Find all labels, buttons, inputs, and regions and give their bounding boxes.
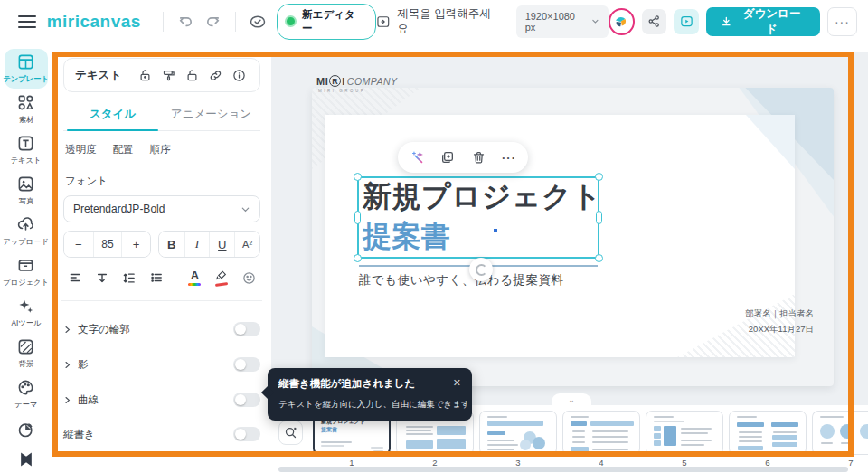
- order-button[interactable]: 順序: [150, 143, 171, 156]
- line-spacing-button[interactable]: [118, 267, 141, 289]
- paint-roller-icon: [162, 69, 175, 82]
- palette-icon: [17, 379, 34, 396]
- sidebar-item-upload[interactable]: アップロード: [5, 212, 48, 251]
- redo-button[interactable]: [199, 8, 225, 35]
- sidebar-item-theme[interactable]: テーマ: [5, 374, 48, 414]
- link-icon: [209, 69, 222, 82]
- shadow-toggle[interactable]: [233, 357, 260, 372]
- menu-icon[interactable]: [18, 15, 36, 28]
- sidebar-item-elements[interactable]: 素材: [5, 90, 48, 129]
- undo-button[interactable]: [173, 8, 199, 35]
- unlock-button[interactable]: [180, 63, 203, 87]
- canvas-area[interactable]: MIRICOMPANY MIRI GROUP ··· 新規プロジェクト 提案書: [271, 52, 868, 405]
- resize-handle[interactable]: [354, 173, 362, 181]
- slide-thumbnail-7[interactable]: [812, 411, 868, 455]
- letter-spacing-button[interactable]: A²: [234, 232, 259, 257]
- selection-box[interactable]: [357, 176, 599, 259]
- resize-handle[interactable]: [595, 254, 603, 262]
- font-size-decrease[interactable]: −: [64, 232, 93, 257]
- sidebar-item-photos[interactable]: 写真: [5, 171, 48, 211]
- chevron-down-icon: [591, 17, 599, 25]
- underline-button[interactable]: U: [209, 232, 234, 257]
- vertical-text-label: 縦書き: [63, 428, 95, 441]
- chevron-right-icon[interactable]: [63, 396, 78, 404]
- share-button[interactable]: [642, 9, 666, 34]
- font-size-value[interactable]: 85: [93, 232, 122, 257]
- vertical-text-toggle[interactable]: [233, 427, 260, 441]
- delete-button[interactable]: [466, 146, 491, 169]
- download-button[interactable]: ダウンロード: [706, 7, 820, 36]
- company-logo[interactable]: MIRICOMPANY MIRI GROUP: [316, 75, 398, 93]
- sidebar-item-background[interactable]: 背景: [5, 334, 48, 374]
- highlight-button[interactable]: [210, 267, 233, 289]
- curve-toggle[interactable]: [233, 393, 260, 407]
- duplicate-button[interactable]: [435, 146, 460, 169]
- loading-spinner: [469, 258, 493, 281]
- lock-button[interactable]: [133, 63, 156, 87]
- list-button[interactable]: [145, 267, 168, 289]
- document-title[interactable]: 제목을 입력해주세요 1920×1080 px: [376, 5, 609, 38]
- divider: [61, 300, 262, 301]
- horizontal-scrollbar[interactable]: [278, 467, 848, 472]
- slide-footer[interactable]: 部署名｜担当者名 20XX年11月27日: [745, 307, 814, 336]
- slide-thumbnail-5[interactable]: [646, 411, 723, 455]
- sidebar-item-templates[interactable]: テンプレート: [5, 49, 48, 89]
- save-status-button[interactable]: [245, 8, 271, 35]
- sidebar-item-ai-tools[interactable]: AIツール: [5, 293, 48, 333]
- opacity-button[interactable]: 透明度: [65, 143, 97, 156]
- font-family-dropdown[interactable]: PretendardJP-Bold: [63, 195, 260, 222]
- collapse-slides-button[interactable]: ⌄: [552, 393, 591, 406]
- chevron-right-icon[interactable]: [63, 361, 78, 369]
- emoji-button[interactable]: [237, 267, 260, 289]
- header-more-button[interactable]: ···: [827, 7, 857, 36]
- quick-actions: 透明度 配置 順序: [65, 143, 259, 156]
- bold-button[interactable]: B: [159, 232, 184, 257]
- slide-thumbnail-6[interactable]: [729, 411, 807, 455]
- unlock-icon: [185, 69, 199, 82]
- resize-handle[interactable]: [596, 211, 602, 224]
- resize-handle[interactable]: [354, 254, 362, 262]
- resize-handle[interactable]: [354, 211, 361, 224]
- sidebar-item-text[interactable]: テキスト: [5, 130, 48, 170]
- outline-toggle[interactable]: [233, 322, 260, 336]
- sidebar-item-guide[interactable]: [5, 445, 48, 473]
- tab-style[interactable]: スタイル: [63, 98, 162, 130]
- text-caret: [494, 229, 497, 232]
- text-color-button[interactable]: A: [183, 267, 206, 289]
- divider: [235, 12, 236, 32]
- align-button[interactable]: [63, 267, 87, 289]
- style-copy-button[interactable]: [156, 63, 180, 87]
- slide-thumbnail-4[interactable]: [562, 411, 640, 455]
- shapes-icon: [17, 94, 34, 111]
- line-spacing-icon: [121, 271, 137, 285]
- resize-handle[interactable]: [595, 173, 603, 181]
- font-size-increase[interactable]: +: [121, 232, 150, 257]
- position-button[interactable]: 配置: [113, 143, 134, 156]
- app-logo[interactable]: miricanvas: [47, 12, 141, 32]
- present-button[interactable]: [674, 9, 698, 34]
- element-more-button[interactable]: ···: [496, 146, 522, 169]
- italic-button[interactable]: I: [184, 232, 210, 257]
- green-dot-icon: [285, 15, 297, 27]
- slide-subtitle[interactable]: 誰でも使いやすく、伝わる提案資料: [359, 272, 564, 289]
- upload-icon: [17, 216, 34, 233]
- new-editor-badge[interactable]: 新エディター: [277, 4, 375, 40]
- vertical-align-button[interactable]: [90, 267, 114, 289]
- font-controls: − 85 + B I U A²: [63, 231, 260, 258]
- ai-wand-button[interactable]: [404, 146, 429, 169]
- zoom-button[interactable]: [278, 421, 303, 445]
- slide-thumbnail-3[interactable]: [479, 411, 557, 455]
- tab-animation[interactable]: アニメーション: [162, 98, 260, 130]
- tooltip-close-icon[interactable]: ✕: [446, 377, 461, 389]
- sidebar-item-projects[interactable]: プロジェクト: [5, 252, 48, 292]
- sidebar-item-stats[interactable]: [5, 415, 48, 444]
- canvas-size-dropdown[interactable]: 1920×1080 px: [516, 5, 609, 38]
- info-button[interactable]: [227, 63, 250, 87]
- link-button[interactable]: [203, 63, 227, 87]
- avatar[interactable]: [609, 8, 635, 35]
- file-icon: [376, 14, 391, 29]
- chevron-right-icon[interactable]: [63, 326, 78, 334]
- shadow-label: 影: [78, 358, 89, 372]
- panel-header: テキスト: [63, 58, 260, 92]
- outline-label: 文字の輪郭: [78, 323, 130, 336]
